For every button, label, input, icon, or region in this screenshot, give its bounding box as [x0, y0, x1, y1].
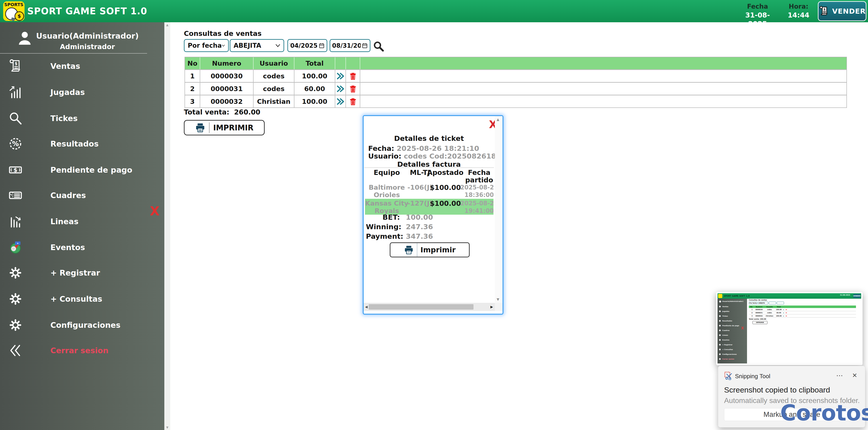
svg-text:$: $	[13, 167, 18, 173]
chart-down-icon	[8, 214, 23, 229]
header: SPORTS $ SPORT GAME SOFT 1.0 Fecha 31-08…	[0, 0, 868, 22]
red-x-annotation: X	[150, 203, 160, 218]
col-header-numero: Numero	[200, 57, 253, 69]
sidebar-user-name: Usuario(Administrador)	[30, 31, 145, 40]
double-chevron-right-icon	[336, 85, 345, 93]
thumbnail-sidebar: Usuario(Administrador) Ventas Jugadas Ti…	[717, 299, 747, 364]
payment-row: Payment: 347.36	[366, 231, 461, 241]
search-button[interactable]	[373, 41, 384, 52]
scroll-right-arrow-icon[interactable]: ▶	[490, 305, 493, 309]
more-options-icon[interactable]: ⋯	[836, 371, 843, 379]
sidebar-item-label: Jugadas	[51, 88, 85, 97]
scroll-left-arrow-icon[interactable]: ◀	[365, 305, 368, 309]
filter-mode-value: Por fecha	[188, 42, 222, 49]
sidebar-item-label: Eventos	[51, 243, 85, 252]
filter-agency-select[interactable]: ABEJITA	[230, 39, 284, 52]
sidebar-item-jugadas[interactable]: Jugadas	[0, 83, 164, 102]
sidebar-item-cerrar-sesion[interactable]: Cerrar sesion	[0, 341, 164, 360]
screenshot-thumbnail[interactable]: SPORT GAME SOFT 1.0 31-08-2025 14:44 VEN…	[716, 292, 863, 365]
svg-text:$: $	[824, 7, 826, 11]
modal-imprimir-button[interactable]: Imprimir	[390, 242, 470, 257]
sidebar-item-label: Tickes	[51, 114, 78, 123]
scroll-down-arrow-icon[interactable]: ▼	[497, 297, 499, 302]
modal-imprimir-label: Imprimir	[421, 246, 456, 254]
modal-vertical-scrollbar[interactable]: ▲ ▼	[495, 116, 502, 303]
ticket-icon	[8, 188, 23, 203]
sidebar-item-resultados[interactable]: % Resultados	[0, 135, 164, 153]
thumbnail-content: Consultas de ventas Por fecha ABEJITA No…	[747, 299, 861, 364]
ticket-table: Equipo ML-TJ Apostado Fecha partido Balt…	[365, 169, 493, 214]
trash-icon	[349, 85, 357, 93]
view-ticket-button[interactable]	[335, 95, 346, 108]
total-venta: Total venta: 260.00	[184, 108, 260, 116]
scrollbar-thumb[interactable]	[369, 304, 473, 310]
receipt-icon: $	[818, 6, 829, 17]
total-venta-value: 260.00	[234, 108, 260, 116]
modal-horizontal-scrollbar[interactable]: ◀ ▶	[364, 303, 495, 311]
close-icon[interactable]: ✕	[852, 372, 857, 379]
col-header-no: No	[185, 57, 200, 69]
sidebar-item-label: Resultados	[51, 139, 98, 148]
date-start-input[interactable]: 08/04/2025	[287, 39, 327, 52]
delete-ticket-button[interactable]	[346, 83, 360, 95]
view-ticket-button[interactable]	[335, 70, 346, 82]
sidebar-item-tickes[interactable]: Tickes	[0, 109, 164, 128]
corotos-watermark: Corotos	[780, 400, 868, 426]
fecha-label: Fecha	[737, 2, 779, 11]
receipt-icon: $	[8, 59, 23, 74]
thumbnail-header: SPORT GAME SOFT 1.0 31-08-2025 14:44 VEN…	[717, 293, 861, 299]
table-row: 2 0000031 codes 60.00	[185, 82, 846, 95]
money-bill-icon: $	[8, 163, 23, 177]
sidebar-item-registrar[interactable]: + Registrar	[0, 263, 164, 282]
vender-button[interactable]: $ VENDER	[818, 1, 866, 21]
filter-agency-value: ABEJITA	[234, 42, 261, 49]
baseball-icon: »	[8, 240, 23, 255]
sidebar-user-role: Administrador	[30, 43, 145, 51]
delete-ticket-button[interactable]	[346, 95, 360, 108]
sidebar-item-eventos[interactable]: » Eventos	[0, 238, 164, 257]
trash-icon	[349, 97, 357, 106]
sidebar-item-consultas[interactable]: + Consultas	[0, 290, 164, 308]
date-start-value: 08/04/2025	[290, 42, 317, 49]
scroll-down-arrow-icon[interactable]: ▼	[164, 426, 170, 429]
chevron-down-icon	[222, 44, 225, 48]
screen: SPORTS $ SPORT GAME SOFT 1.0 Fecha 31-08…	[0, 0, 868, 430]
sidebar-item-label: Ventas	[51, 62, 80, 70]
imprimir-label: IMPRIMIR	[213, 123, 253, 132]
sidebar-item-label: + Registrar	[51, 268, 100, 277]
col-header-total: Total	[294, 57, 335, 69]
svg-text:%: %	[12, 140, 19, 148]
hora-label: Hora:	[783, 2, 814, 11]
sidebar-item-configuraciones[interactable]: Configuraciones	[0, 316, 164, 334]
imprimir-button[interactable]: IMPRIMIR	[184, 120, 265, 135]
bet-row: BET: 100.00	[366, 212, 461, 222]
sidebar-item-pendiente-de-pago[interactable]: $ Pendiente de pago	[0, 161, 164, 179]
sidebar-item-lineas[interactable]: Lineas	[0, 212, 164, 231]
app-logo: SPORTS $	[3, 1, 25, 21]
ticket-usuario: Usuario: codes Cod:20250826182110	[368, 152, 503, 160]
table-header-row: No Numero Usuario Total	[185, 57, 846, 69]
scroll-up-arrow-icon[interactable]: ▲	[164, 23, 170, 27]
sidebar-divider	[0, 53, 147, 54]
sidebar-scrollbar[interactable]: ▲ ▼	[164, 22, 170, 430]
delete-ticket-button[interactable]	[346, 70, 360, 82]
sales-table: No Numero Usuario Total 1 0000030 codes …	[185, 57, 847, 108]
page-title: Consultas de ventas	[184, 30, 261, 37]
sidebar-item-cuadres[interactable]: Cuadres	[0, 186, 164, 205]
date-end-input[interactable]: 08/31/2025	[330, 39, 370, 52]
double-chevron-right-icon	[336, 97, 345, 106]
header-date: Fecha 31-08-2025	[737, 2, 779, 28]
sidebar-item-label: Pendiente de pago	[51, 165, 132, 174]
scroll-up-arrow-icon[interactable]: ▲	[497, 117, 499, 121]
date-end-value: 08/31/2025	[332, 42, 361, 49]
sidebar-item-label: Cuadres	[51, 191, 86, 200]
modal-title: Detalles de ticket	[364, 134, 494, 142]
snipping-tool-icon	[724, 371, 733, 380]
modal-divider	[364, 167, 494, 168]
gear-icon	[8, 292, 23, 306]
filter-mode-select[interactable]: Por fecha	[184, 39, 229, 52]
view-ticket-button[interactable]	[335, 83, 346, 95]
sidebar-item-ventas[interactable]: $ Ventas	[0, 57, 164, 76]
thumbnail-logo	[718, 294, 722, 298]
printer-icon	[195, 122, 206, 133]
